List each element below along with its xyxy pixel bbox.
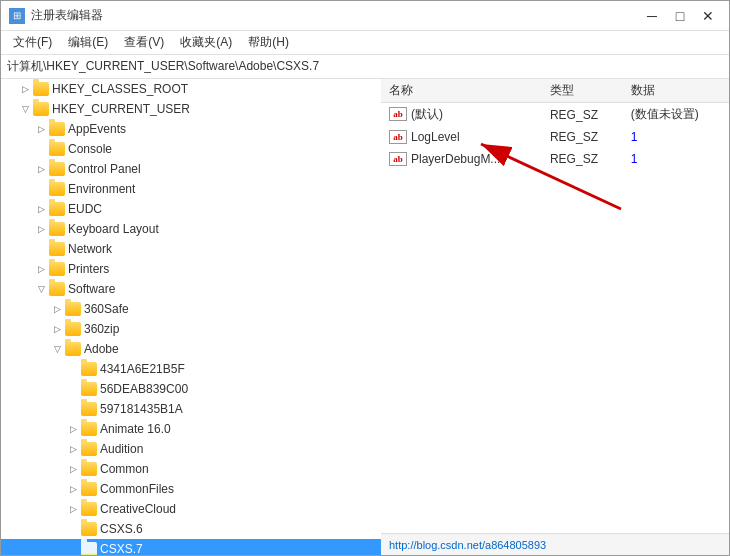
folder-icon <box>81 362 97 376</box>
expand-icon[interactable]: ▷ <box>33 201 49 217</box>
registry-table[interactable]: 名称 类型 数据 ab (默认) REG_SZ <box>381 79 729 533</box>
tree-item-56dea[interactable]: ▷ 56DEAB839C00 <box>1 379 381 399</box>
tree-item-adobe[interactable]: ▽ Adobe <box>1 339 381 359</box>
tree-label: CSXS.6 <box>100 522 143 536</box>
expand-icon[interactable]: ▷ <box>33 221 49 237</box>
tree-item-keyboard-layout[interactable]: ▷ Keyboard Layout <box>1 219 381 239</box>
folder-icon <box>49 242 65 256</box>
tree-label: Printers <box>68 262 109 276</box>
tree-item-360safe[interactable]: ▷ 360Safe <box>1 299 381 319</box>
expand-icon[interactable]: ▽ <box>33 281 49 297</box>
folder-icon <box>81 382 97 396</box>
tree-panel: ▷ HKEY_CLASSES_ROOT ▽ HKEY_CURRENT_USER … <box>1 79 381 555</box>
expand-icon[interactable]: ▽ <box>17 101 33 117</box>
folder-icon <box>81 442 97 456</box>
tree-label: HKEY_CURRENT_USER <box>52 102 190 116</box>
tree-label: CommonFiles <box>100 482 174 496</box>
tree-item-audition[interactable]: ▷ Audition <box>1 439 381 459</box>
expand-icon[interactable]: ▽ <box>49 341 65 357</box>
cell-type: REG_SZ <box>542 148 623 170</box>
menu-view[interactable]: 查看(V) <box>116 32 172 53</box>
expand-icon[interactable]: ▷ <box>65 481 81 497</box>
tree-item-printers[interactable]: ▷ Printers <box>1 259 381 279</box>
cell-data: 1 <box>623 126 729 148</box>
cell-type: REG_SZ <box>542 103 623 127</box>
expand-icon[interactable]: ▷ <box>33 261 49 277</box>
menu-bar: 文件(F) 编辑(E) 查看(V) 收藏夹(A) 帮助(H) <box>1 31 729 55</box>
tree-item-csxs6[interactable]: ▷ CSXS.6 <box>1 519 381 539</box>
table-row[interactable]: ab PlayerDebugM... REG_SZ 1 <box>381 148 729 170</box>
tree-item-classes-root[interactable]: ▷ HKEY_CLASSES_ROOT <box>1 79 381 99</box>
tree-item-4341a[interactable]: ▷ 4341A6E21B5F <box>1 359 381 379</box>
table-row[interactable]: ab LogLevel REG_SZ 1 <box>381 126 729 148</box>
tree-item-appevents[interactable]: ▷ AppEvents <box>1 119 381 139</box>
cell-data: (数值未设置) <box>623 103 729 127</box>
col-name: 名称 <box>381 79 542 103</box>
expand-icon[interactable]: ▷ <box>65 461 81 477</box>
menu-help[interactable]: 帮助(H) <box>240 32 297 53</box>
tree-label: Console <box>68 142 112 156</box>
title-bar: ⊞ 注册表编辑器 ─ □ ✕ <box>1 1 729 31</box>
main-content: ▷ HKEY_CLASSES_ROOT ▽ HKEY_CURRENT_USER … <box>1 79 729 555</box>
tree-label: 56DEAB839C00 <box>100 382 188 396</box>
tree-label: HKEY_CLASSES_ROOT <box>52 82 188 96</box>
tree-item-csxs7[interactable]: ▷ CSXS.7 <box>1 539 381 555</box>
tree-label: Software <box>68 282 115 296</box>
menu-favorites[interactable]: 收藏夹(A) <box>172 32 240 53</box>
folder-icon <box>49 262 65 276</box>
expand-icon[interactable]: ▷ <box>65 501 81 517</box>
folder-icon <box>33 102 49 116</box>
expand-icon[interactable]: ▷ <box>17 81 33 97</box>
folder-icon <box>49 142 65 156</box>
registry-editor-window: ⊞ 注册表编辑器 ─ □ ✕ 文件(F) 编辑(E) 查看(V) 收藏夹(A) … <box>0 0 730 556</box>
tree-label: CSXS.7 <box>100 542 143 555</box>
tree-item-software[interactable]: ▽ Software <box>1 279 381 299</box>
expand-icon[interactable]: ▷ <box>49 301 65 317</box>
table-row[interactable]: ab (默认) REG_SZ (数值未设置) <box>381 103 729 127</box>
folder-icon <box>49 122 65 136</box>
expand-icon[interactable]: ▷ <box>33 121 49 137</box>
app-icon: ⊞ <box>9 8 25 24</box>
menu-edit[interactable]: 编辑(E) <box>60 32 116 53</box>
tree-item-eudc[interactable]: ▷ EUDC <box>1 199 381 219</box>
ab-icon: ab <box>389 107 407 121</box>
tree-label: CreativeCloud <box>100 502 176 516</box>
tree-item-environment[interactable]: ▷ Environment <box>1 179 381 199</box>
expand-icon[interactable]: ▷ <box>49 321 65 337</box>
tree-item-console[interactable]: ▷ Console <box>1 139 381 159</box>
tree-label: 597181435B1A <box>100 402 183 416</box>
tree-item-common[interactable]: ▷ Common <box>1 459 381 479</box>
watermark-text: http://blog.csdn.net/a864805893 <box>389 539 546 551</box>
breadcrumb: 计算机\HKEY_CURRENT_USER\Software\Adobe\CSX… <box>1 55 729 79</box>
expand-icon[interactable]: ▷ <box>65 441 81 457</box>
minimize-button[interactable]: ─ <box>639 6 665 26</box>
tree-item-network[interactable]: ▷ Network <box>1 239 381 259</box>
expand-icon[interactable]: ▷ <box>65 421 81 437</box>
folder-icon <box>65 322 81 336</box>
tree-item-control-panel[interactable]: ▷ Control Panel <box>1 159 381 179</box>
tree-item-59718[interactable]: ▷ 597181435B1A <box>1 399 381 419</box>
tree-item-360zip[interactable]: ▷ 360zip <box>1 319 381 339</box>
folder-icon <box>49 202 65 216</box>
expand-icon[interactable]: ▷ <box>33 161 49 177</box>
tree-inner[interactable]: ▷ HKEY_CLASSES_ROOT ▽ HKEY_CURRENT_USER … <box>1 79 381 555</box>
folder-icon <box>81 402 97 416</box>
folder-icon <box>65 342 81 356</box>
tree-label: 360Safe <box>84 302 129 316</box>
tree-item-commonfiles[interactable]: ▷ CommonFiles <box>1 479 381 499</box>
menu-file[interactable]: 文件(F) <box>5 32 60 53</box>
folder-icon <box>81 522 97 536</box>
maximize-button[interactable]: □ <box>667 6 693 26</box>
tree-label: Audition <box>100 442 143 456</box>
col-type: 类型 <box>542 79 623 103</box>
window-title: 注册表编辑器 <box>31 7 103 24</box>
tree-item-current-user[interactable]: ▽ HKEY_CURRENT_USER <box>1 99 381 119</box>
ab-icon: ab <box>389 130 407 144</box>
tree-item-creativecloud[interactable]: ▷ CreativeCloud <box>1 499 381 519</box>
ab-icon: ab <box>389 152 407 166</box>
close-button[interactable]: ✕ <box>695 6 721 26</box>
tree-label: 360zip <box>84 322 119 336</box>
tree-label: Keyboard Layout <box>68 222 159 236</box>
tree-item-animate[interactable]: ▷ Animate 16.0 <box>1 419 381 439</box>
title-bar-left: ⊞ 注册表编辑器 <box>9 7 103 24</box>
